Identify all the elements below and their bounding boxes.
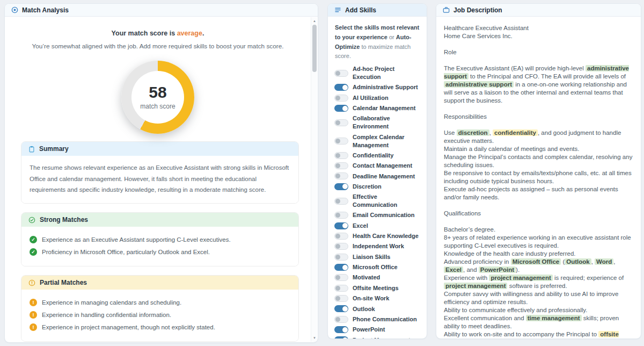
jd-line: Experience with project management is re… xyxy=(444,274,633,290)
skill-label: On-site Work xyxy=(353,294,389,302)
match-item: !Experience in handling confidential inf… xyxy=(30,311,290,319)
skill-label: Project Management xyxy=(353,336,411,339)
skill-row: Collaborative Environment xyxy=(328,114,427,131)
scroll-up-icon[interactable]: ▲ xyxy=(311,18,318,24)
skill-toggle[interactable] xyxy=(334,305,348,312)
jd-line: Excellent communication and time managem… xyxy=(444,314,633,330)
scroll-down-icon[interactable]: ▼ xyxy=(311,335,318,341)
skill-toggle[interactable] xyxy=(334,70,348,77)
jd-block: Qualifications xyxy=(444,210,633,218)
jd-block: Responsibilities xyxy=(444,113,633,121)
summary-title: Summary xyxy=(39,145,69,153)
match-item: !Experience in managing calendars and sc… xyxy=(30,299,290,306)
skill-toggle[interactable] xyxy=(334,119,348,126)
skill-toggle[interactable] xyxy=(334,233,348,240)
summary-text: The resume shows relevant experience as … xyxy=(30,162,290,196)
page: { "colors": { "accent_blue": "#3b82c4", … xyxy=(0,0,644,346)
jd-block: Healthcare Executive AssistantHome Care … xyxy=(444,24,633,40)
skill-toggle[interactable] xyxy=(334,274,348,281)
jd-line: Be responsive to contact by emails/texts… xyxy=(444,169,633,185)
exclamation-icon: ! xyxy=(30,311,37,319)
skill-row: AI Utilization xyxy=(328,94,427,102)
skill-label: Excel xyxy=(353,222,368,230)
skill-label: Ad-hoc Project Execution xyxy=(353,65,420,81)
matched-skill-highlight: project management xyxy=(444,283,507,289)
scrollbar[interactable]: ▲ ▼ xyxy=(311,17,317,342)
matched-skill-highlight: administrative support xyxy=(444,65,629,80)
skill-row: Effective Communication xyxy=(328,193,427,209)
match-score-value: 58 xyxy=(149,84,166,100)
skill-toggle[interactable] xyxy=(334,336,348,339)
scrollbar-thumb[interactable] xyxy=(312,25,317,72)
skill-label: PowerPoint xyxy=(353,326,385,334)
job-description-text: Healthcare Executive AssistantHome Care … xyxy=(436,17,641,339)
alert-circle-icon xyxy=(28,279,35,286)
skill-toggle[interactable] xyxy=(334,295,348,302)
strong-matches-title: Strong Matches xyxy=(40,216,88,224)
skill-toggle[interactable] xyxy=(334,84,348,91)
skill-row: PowerPoint xyxy=(328,326,427,334)
job-description-panel: Job Description Healthcare Executive Ass… xyxy=(436,3,641,339)
skill-toggle[interactable] xyxy=(334,326,348,333)
skill-toggle[interactable] xyxy=(334,105,348,112)
check-circle-icon xyxy=(28,217,35,224)
skill-toggle[interactable] xyxy=(334,264,348,271)
jd-block: Bachelor’s degree.8+ years of related ex… xyxy=(444,226,633,339)
skill-row: Motivated xyxy=(328,273,427,282)
add-skills-intro: Select the skills most relevant to your … xyxy=(328,17,427,65)
skill-toggle[interactable] xyxy=(334,152,348,159)
jd-block: Use discretion, confidentiality, and goo… xyxy=(444,129,633,201)
match-item-text: Experience in handling confidential info… xyxy=(42,312,171,318)
skill-label: Liaison Skills xyxy=(353,253,390,261)
match-score-label: match score xyxy=(140,103,175,110)
match-item-text: Proficiency in Microsoft Office, particu… xyxy=(42,249,210,255)
match-item-text: Experience in managing calendars and sch… xyxy=(42,299,181,306)
skill-row: Ad-hoc Project Execution xyxy=(328,65,427,81)
skill-row: Confidentiality xyxy=(328,152,427,160)
matched-skill-highlight: PowerPoint xyxy=(479,266,516,273)
skill-toggle[interactable] xyxy=(334,198,348,205)
skill-row: Email Communication xyxy=(328,211,427,219)
partial-matches-card: Partial Matches !Experience in managing … xyxy=(21,275,299,342)
skill-toggle[interactable] xyxy=(334,95,348,102)
jd-line: The Executive Assistant (EA) will provid… xyxy=(444,64,633,105)
skill-toggle[interactable] xyxy=(334,285,348,292)
skill-label: Outlook xyxy=(353,305,375,313)
jd-line: Qualifications xyxy=(444,210,633,218)
skill-label: Microsoft Office xyxy=(353,263,398,271)
skill-row: Excel xyxy=(328,222,427,230)
skill-toggle[interactable] xyxy=(334,138,348,145)
skill-toggle[interactable] xyxy=(334,212,348,219)
add-skills-panel: Add Skills Select the skills most releva… xyxy=(327,3,427,339)
skill-toggle[interactable] xyxy=(334,222,348,229)
skill-label: Effective Communication xyxy=(353,193,420,209)
skill-label: Deadline Management xyxy=(353,172,415,181)
intro-text: or xyxy=(387,34,396,40)
skill-label: AI Utilization xyxy=(353,94,389,102)
skill-toggle[interactable] xyxy=(334,183,348,190)
matched-skill-highlight: Word xyxy=(595,258,613,265)
match-score-donut: 58 match score xyxy=(121,61,194,134)
skill-label: Discretion xyxy=(353,183,382,191)
jd-line: Maintain a daily calendar of meetings an… xyxy=(444,145,633,153)
skill-toggle[interactable] xyxy=(334,243,348,250)
skill-toggle[interactable] xyxy=(334,316,348,323)
skill-toggle[interactable] xyxy=(334,254,348,261)
matched-skill-highlight: project management xyxy=(489,275,552,281)
jd-line: Home Care Services Inc. xyxy=(444,32,633,40)
panel-title: Match Analysis xyxy=(22,6,69,14)
skill-toggle[interactable] xyxy=(334,172,348,179)
strong-matches-card: Strong Matches ✓Experience as an Executi… xyxy=(21,212,299,266)
skill-row: Deadline Management xyxy=(328,172,427,181)
jd-line: Ability to work on-site and to accompany… xyxy=(444,330,633,339)
jd-line: Healthcare Executive Assistant xyxy=(444,24,633,32)
skill-label: Phone Communication xyxy=(353,315,417,323)
match-item-text: Experience in project management, though… xyxy=(42,324,215,330)
skill-toggle[interactable] xyxy=(334,162,348,169)
matched-skill-highlight: Outlook xyxy=(565,258,591,265)
jd-line: Knowledge of the health care industry pr… xyxy=(444,250,633,258)
job-description-header: Job Description xyxy=(436,4,641,17)
clipboard-icon xyxy=(28,146,35,153)
skill-label: Motivated xyxy=(353,273,380,282)
skill-label: Independent Work xyxy=(353,242,404,250)
